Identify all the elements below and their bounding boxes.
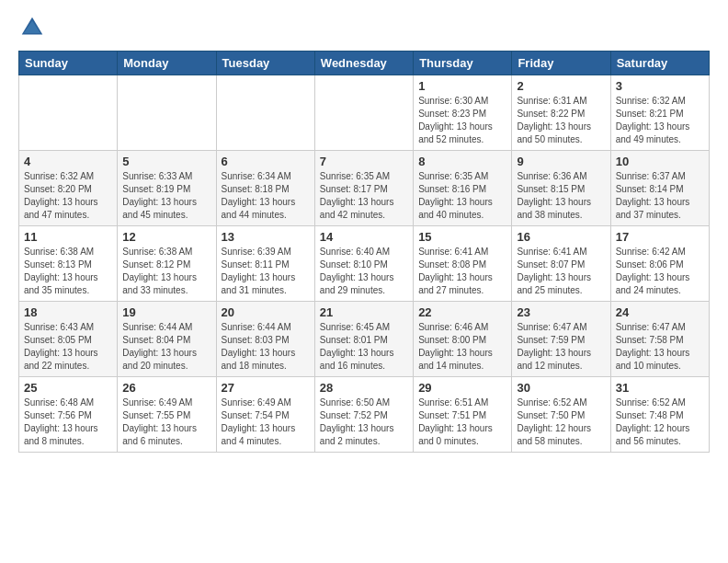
week-row-1: 1Sunrise: 6:30 AMSunset: 8:23 PMDaylight… (19, 75, 710, 151)
day-info: Sunrise: 6:45 AMSunset: 8:01 PMDaylight:… (320, 321, 408, 373)
day-info: Sunrise: 6:38 AMSunset: 8:12 PMDaylight:… (122, 246, 210, 297)
day-number: 23 (517, 305, 605, 319)
day-cell: 7Sunrise: 6:35 AMSunset: 8:17 PMDaylight… (314, 151, 413, 226)
weekday-header-sunday: Sunday (19, 52, 118, 75)
logo-icon (18, 14, 46, 41)
day-number: 14 (320, 230, 408, 244)
weekday-header-tuesday: Tuesday (216, 52, 314, 75)
day-info: Sunrise: 6:49 AMSunset: 7:55 PMDaylight:… (122, 396, 210, 448)
day-cell (216, 75, 314, 151)
day-cell: 4Sunrise: 6:32 AMSunset: 8:20 PMDaylight… (19, 151, 118, 226)
day-number: 28 (320, 381, 408, 395)
logo (18, 14, 50, 41)
weekday-header-friday: Friday (512, 52, 610, 75)
day-info: Sunrise: 6:35 AMSunset: 8:16 PMDaylight:… (418, 170, 506, 222)
day-cell: 16Sunrise: 6:41 AMSunset: 8:07 PMDayligh… (512, 226, 610, 302)
day-info: Sunrise: 6:52 AMSunset: 7:48 PMDaylight:… (616, 396, 704, 448)
day-info: Sunrise: 6:41 AMSunset: 8:08 PMDaylight:… (418, 246, 506, 297)
day-info: Sunrise: 6:47 AMSunset: 7:59 PMDaylight:… (517, 321, 605, 373)
day-cell: 24Sunrise: 6:47 AMSunset: 7:58 PMDayligh… (610, 302, 709, 377)
day-cell: 2Sunrise: 6:31 AMSunset: 8:22 PMDaylight… (512, 75, 610, 151)
day-cell: 26Sunrise: 6:49 AMSunset: 7:55 PMDayligh… (118, 377, 216, 453)
day-number: 3 (616, 79, 704, 93)
day-info: Sunrise: 6:52 AMSunset: 7:50 PMDaylight:… (517, 396, 605, 448)
day-number: 11 (24, 230, 112, 244)
day-info: Sunrise: 6:36 AMSunset: 8:15 PMDaylight:… (517, 170, 605, 222)
day-info: Sunrise: 6:51 AMSunset: 7:51 PMDaylight:… (418, 396, 506, 448)
day-cell: 17Sunrise: 6:42 AMSunset: 8:06 PMDayligh… (610, 226, 709, 302)
day-cell: 11Sunrise: 6:38 AMSunset: 8:13 PMDayligh… (19, 226, 118, 302)
day-info: Sunrise: 6:38 AMSunset: 8:13 PMDaylight:… (24, 246, 112, 297)
day-number: 12 (122, 230, 210, 244)
day-cell: 28Sunrise: 6:50 AMSunset: 7:52 PMDayligh… (314, 377, 413, 453)
header (18, 14, 710, 41)
day-cell: 29Sunrise: 6:51 AMSunset: 7:51 PMDayligh… (414, 377, 512, 453)
day-cell: 6Sunrise: 6:34 AMSunset: 8:18 PMDaylight… (216, 151, 314, 226)
day-cell: 1Sunrise: 6:30 AMSunset: 8:23 PMDaylight… (414, 75, 512, 151)
weekday-header-saturday: Saturday (610, 52, 709, 75)
day-cell: 9Sunrise: 6:36 AMSunset: 8:15 PMDaylight… (512, 151, 610, 226)
day-number: 25 (24, 381, 112, 395)
day-cell: 12Sunrise: 6:38 AMSunset: 8:12 PMDayligh… (118, 226, 216, 302)
day-number: 2 (517, 79, 605, 93)
day-number: 24 (616, 305, 704, 319)
day-info: Sunrise: 6:39 AMSunset: 8:11 PMDaylight:… (222, 246, 310, 297)
day-cell: 13Sunrise: 6:39 AMSunset: 8:11 PMDayligh… (216, 226, 314, 302)
day-cell: 30Sunrise: 6:52 AMSunset: 7:50 PMDayligh… (512, 377, 610, 453)
week-row-3: 11Sunrise: 6:38 AMSunset: 8:13 PMDayligh… (19, 226, 710, 302)
day-number: 26 (122, 381, 210, 395)
day-info: Sunrise: 6:48 AMSunset: 7:56 PMDaylight:… (24, 396, 112, 448)
day-number: 31 (616, 381, 704, 395)
page: SundayMondayTuesdayWednesdayThursdayFrid… (0, 0, 728, 563)
day-cell: 10Sunrise: 6:37 AMSunset: 8:14 PMDayligh… (610, 151, 709, 226)
day-number: 18 (24, 305, 112, 319)
day-cell: 3Sunrise: 6:32 AMSunset: 8:21 PMDaylight… (610, 75, 709, 151)
day-info: Sunrise: 6:49 AMSunset: 7:54 PMDaylight:… (222, 396, 310, 448)
weekday-header-thursday: Thursday (414, 52, 512, 75)
day-cell: 31Sunrise: 6:52 AMSunset: 7:48 PMDayligh… (610, 377, 709, 453)
day-number: 29 (418, 381, 506, 395)
week-row-5: 25Sunrise: 6:48 AMSunset: 7:56 PMDayligh… (19, 377, 710, 453)
day-number: 13 (222, 230, 310, 244)
day-info: Sunrise: 6:44 AMSunset: 8:04 PMDaylight:… (122, 321, 210, 373)
day-number: 27 (222, 381, 310, 395)
day-cell: 23Sunrise: 6:47 AMSunset: 7:59 PMDayligh… (512, 302, 610, 377)
day-cell (19, 75, 118, 151)
day-cell: 25Sunrise: 6:48 AMSunset: 7:56 PMDayligh… (19, 377, 118, 453)
weekday-header-monday: Monday (118, 52, 216, 75)
day-number: 4 (24, 155, 112, 168)
day-info: Sunrise: 6:32 AMSunset: 8:20 PMDaylight:… (24, 170, 112, 222)
day-number: 7 (320, 155, 408, 168)
day-info: Sunrise: 6:44 AMSunset: 8:03 PMDaylight:… (222, 321, 310, 373)
day-number: 10 (616, 155, 704, 168)
day-info: Sunrise: 6:40 AMSunset: 8:10 PMDaylight:… (320, 246, 408, 297)
day-number: 1 (418, 79, 506, 93)
day-number: 20 (222, 305, 310, 319)
day-number: 6 (222, 155, 310, 168)
day-cell: 19Sunrise: 6:44 AMSunset: 8:04 PMDayligh… (118, 302, 216, 377)
day-cell: 5Sunrise: 6:33 AMSunset: 8:19 PMDaylight… (118, 151, 216, 226)
day-cell: 15Sunrise: 6:41 AMSunset: 8:08 PMDayligh… (414, 226, 512, 302)
day-cell: 20Sunrise: 6:44 AMSunset: 8:03 PMDayligh… (216, 302, 314, 377)
day-cell: 27Sunrise: 6:49 AMSunset: 7:54 PMDayligh… (216, 377, 314, 453)
day-number: 5 (122, 155, 210, 168)
day-number: 8 (418, 155, 506, 168)
calendar-table: SundayMondayTuesdayWednesdayThursdayFrid… (18, 51, 710, 453)
day-info: Sunrise: 6:33 AMSunset: 8:19 PMDaylight:… (122, 170, 210, 222)
day-info: Sunrise: 6:50 AMSunset: 7:52 PMDaylight:… (320, 396, 408, 448)
day-cell (314, 75, 413, 151)
day-number: 19 (122, 305, 210, 319)
day-cell (118, 75, 216, 151)
day-cell: 18Sunrise: 6:43 AMSunset: 8:05 PMDayligh… (19, 302, 118, 377)
day-number: 17 (616, 230, 704, 244)
day-cell: 21Sunrise: 6:45 AMSunset: 8:01 PMDayligh… (314, 302, 413, 377)
day-cell: 14Sunrise: 6:40 AMSunset: 8:10 PMDayligh… (314, 226, 413, 302)
day-info: Sunrise: 6:43 AMSunset: 8:05 PMDaylight:… (24, 321, 112, 373)
day-info: Sunrise: 6:41 AMSunset: 8:07 PMDaylight:… (517, 246, 605, 297)
day-info: Sunrise: 6:37 AMSunset: 8:14 PMDaylight:… (616, 170, 704, 222)
weekday-header-wednesday: Wednesday (314, 52, 413, 75)
day-number: 16 (517, 230, 605, 244)
day-info: Sunrise: 6:47 AMSunset: 7:58 PMDaylight:… (616, 321, 704, 373)
day-number: 22 (418, 305, 506, 319)
day-info: Sunrise: 6:31 AMSunset: 8:22 PMDaylight:… (517, 95, 605, 146)
